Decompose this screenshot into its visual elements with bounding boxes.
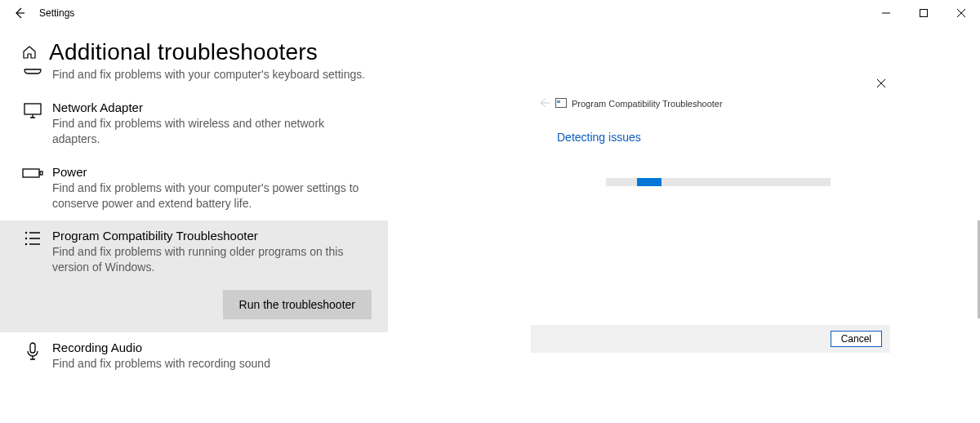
wizard-title: Program Compatibility Troubleshooter <box>572 99 723 109</box>
maximize-icon <box>920 9 928 17</box>
wizard-close-button[interactable] <box>877 77 885 90</box>
troubleshooter-title: Program Compatibility Troubleshooter <box>52 229 372 243</box>
troubleshooter-desc: Find and fix problems with running older… <box>52 244 372 275</box>
svg-rect-0 <box>920 10 928 17</box>
run-troubleshooter-button[interactable]: Run the troubleshooter <box>223 290 372 319</box>
home-icon[interactable] <box>20 42 39 62</box>
svg-rect-1 <box>24 104 41 114</box>
troubleshooter-title: Recording Audio <box>52 341 372 354</box>
svg-rect-9 <box>557 100 560 103</box>
troubleshooter-title: Network Adapter <box>52 100 372 114</box>
troubleshooter-network[interactable]: Network Adapter Find and fix problems wi… <box>0 92 388 157</box>
troubleshooter-recording-audio[interactable]: Recording Audio Find and fix problems wi… <box>0 332 388 381</box>
progress-bar <box>606 178 831 186</box>
svg-point-4 <box>25 232 27 234</box>
troubleshooter-title: Power <box>52 165 372 179</box>
troubleshooter-desc: Find and fix problems with your computer… <box>52 180 372 212</box>
svg-rect-3 <box>40 171 42 175</box>
arrow-left-icon <box>13 7 26 20</box>
wizard-back-icon[interactable] <box>539 98 550 109</box>
monitor-icon <box>23 102 42 120</box>
troubleshooter-keyboard[interactable]: Find and fix problems with your computer… <box>0 65 388 92</box>
troubleshooter-desc: Find and fix problems with recording sou… <box>52 356 372 372</box>
minimize-button[interactable] <box>867 0 905 26</box>
close-icon <box>877 79 885 87</box>
troubleshooter-program-compatibility[interactable]: Program Compatibility Troubleshooter Fin… <box>0 220 388 332</box>
troubleshooter-power[interactable]: Power Find and fix problems with your co… <box>0 157 388 221</box>
page-title: Additional troubleshooters <box>49 39 318 65</box>
troubleshooter-wizard: Program Compatibility Troubleshooter Det… <box>531 75 890 353</box>
keyboard-icon <box>23 69 42 77</box>
back-button[interactable] <box>7 7 33 20</box>
microphone-icon <box>25 342 40 362</box>
svg-point-5 <box>25 238 27 239</box>
svg-rect-2 <box>23 169 39 177</box>
battery-icon <box>22 167 43 180</box>
wizard-status: Detecting issues <box>557 131 641 144</box>
svg-point-6 <box>25 243 27 245</box>
svg-rect-7 <box>30 343 35 353</box>
cancel-button[interactable]: Cancel <box>831 331 882 347</box>
troubleshooter-desc: Find and fix problems with wireless and … <box>52 116 372 147</box>
maximize-button[interactable] <box>905 0 942 26</box>
wizard-app-icon <box>555 98 567 109</box>
list-icon <box>24 230 42 247</box>
minimize-icon <box>882 9 890 17</box>
window-title: Settings <box>39 7 74 19</box>
progress-fill <box>637 178 662 186</box>
close-icon <box>957 9 965 17</box>
troubleshooter-desc: Find and fix problems with your computer… <box>52 67 372 82</box>
close-button[interactable] <box>942 0 980 26</box>
